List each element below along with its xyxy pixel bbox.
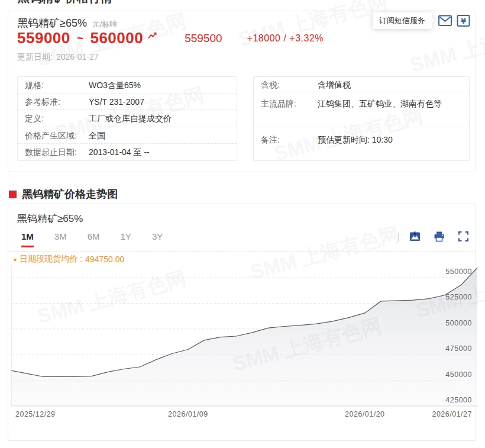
svg-text:¥: ¥ [461, 17, 466, 25]
spec-label: 数据起止日期: [25, 144, 89, 160]
update-date-value: 2026-01-27 [56, 52, 99, 62]
y-axis-label: 525000 [445, 293, 472, 301]
fullscreen-icon[interactable] [458, 231, 469, 242]
period-average-value: 494750.00 [85, 254, 124, 264]
price-unit: 元/标吨 [92, 19, 118, 30]
spec-row-definition: 定义: 工厂或仓库自提成交价 [18, 110, 237, 127]
tab-1y[interactable]: 1Y [121, 231, 131, 247]
range-tabs: 1M 3M 6M 1Y 3Y [21, 231, 183, 247]
tab-6m[interactable]: 6M [88, 231, 100, 247]
spec-label: 定义: [25, 110, 89, 127]
spec-table-left: 规格: WO3含量65% 参考标准: YS/T 231-2007 定义: 工厂或… [17, 76, 237, 161]
spec-label: 主流品牌: [261, 99, 318, 108]
y-axis-label: 475000 [445, 344, 472, 353]
period-average-label: 日期段现货均价 : [20, 254, 82, 265]
tab-3y[interactable]: 3Y [152, 231, 163, 247]
spec-value: YS/T 231-2007 [89, 94, 144, 110]
mail-icon[interactable] [438, 14, 453, 27]
spec-row-spec: 规格: WO3含量65% [18, 77, 237, 94]
chart-title: 黑钨精矿≥65% [17, 212, 83, 225]
printer-icon[interactable] [434, 231, 445, 242]
spec-label: 含税: [261, 77, 318, 92]
x-axis-label: 2025/12/29 [15, 410, 56, 418]
spec-label: 规格: [25, 77, 89, 94]
spec-value: 工厂或仓库自提成交价 [89, 110, 172, 127]
y-axis-label: 450000 [445, 370, 472, 379]
price-change: +18000 / +3.32% [247, 33, 324, 44]
y-axis-label: 425000 [445, 396, 472, 404]
spec-value: 含增值税 [318, 77, 351, 92]
spec-row-brands: 主流品牌: 江钨集团、五矿钨业、湖南有色等 [254, 92, 469, 127]
spec-label: 备注: [261, 135, 318, 144]
spec-label: 价格产生区域: [25, 127, 89, 144]
save-image-icon[interactable] [409, 231, 421, 242]
x-axis-label: 2026/01/09 [161, 410, 215, 418]
price-average: 559500 [185, 32, 222, 45]
page-title-clipped: 黑钨精矿价格行情 [18, 0, 195, 5]
tab-3m[interactable]: 3M [54, 231, 67, 247]
red-square-bullet-icon [9, 191, 17, 198]
spec-value: 2013-01-04 至 -- [89, 144, 150, 160]
period-average-row: • 日期段现货均价 : 494750.00 [14, 254, 124, 265]
tab-1m[interactable]: 1M [21, 231, 34, 247]
price-trend-chart-card: 黑钨精矿≥65% 1M 3M 6M 1Y 3Y • 日期段现货均价 : 4947… [8, 204, 476, 441]
spec-value: 预估更新时间: 10:30 [318, 135, 393, 144]
sms-subscribe-tooltip: 订阅短信服务 [373, 12, 432, 29]
price-low: 559000 [17, 29, 70, 47]
spec-row-note: 备注: 预估更新时间: 10:30 [254, 127, 469, 160]
update-date-label: 更新日期: [17, 52, 53, 62]
price-summary-card: 黑钨精矿≥65% 元/标吨 订阅短信服务 ¥ 559000 ~ 560000 5… [8, 11, 476, 172]
update-date-row: 更新日期:2026-01-27 [17, 52, 99, 63]
chart-header-separator [8, 251, 476, 252]
x-axis-label: 2026/01/27 [432, 410, 472, 418]
spec-value: WO3含量65% [89, 77, 141, 94]
toolbar-divider [398, 233, 399, 241]
spec-label: 参考标准: [25, 94, 89, 110]
price-up-trend-icon [148, 31, 157, 41]
spec-value: 全国 [89, 127, 105, 144]
yen-subscribe-icon[interactable]: ¥ [456, 14, 471, 27]
section-title: 黑钨精矿价格走势图 [9, 187, 118, 201]
y-axis-label: 500000 [445, 319, 472, 327]
x-axis-label: 2026/01/20 [338, 410, 392, 418]
section-title-text: 黑钨精矿价格走势图 [22, 187, 118, 201]
spec-row-date-range: 数据起止日期: 2013-01-04 至 -- [18, 144, 237, 160]
orange-dot-icon: • [14, 254, 17, 265]
price-tilde: ~ [77, 31, 84, 45]
spec-table-right: 含税: 含增值税 主流品牌: 江钨集团、五矿钨业、湖南有色等 备注: 预估更新时… [253, 76, 470, 161]
y-axis-label: 550000 [445, 267, 472, 276]
spec-value: 江钨集团、五矿钨业、湖南有色等 [318, 99, 442, 108]
product-title: 黑钨精矿≥65% [17, 16, 87, 30]
spec-row-standard: 参考标准: YS/T 231-2007 [18, 94, 237, 110]
chart-plot-area[interactable]: 425000450000475000500000525000550000 202… [11, 265, 478, 423]
spec-row-region: 价格产生区域: 全国 [18, 127, 237, 144]
spec-row-tax: 含税: 含增值税 [254, 77, 469, 92]
price-high: 560000 [90, 29, 143, 47]
